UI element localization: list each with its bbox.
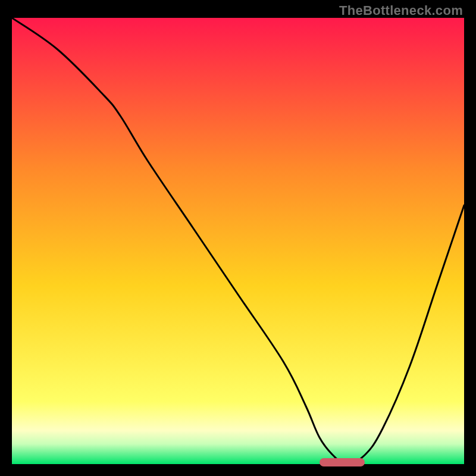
watermark-text: TheBottleneck.com	[339, 3, 463, 18]
chart-frame	[12, 18, 464, 464]
gradient-background	[12, 18, 464, 464]
optimal-range-marker	[320, 458, 365, 466]
bottleneck-chart	[12, 18, 464, 464]
